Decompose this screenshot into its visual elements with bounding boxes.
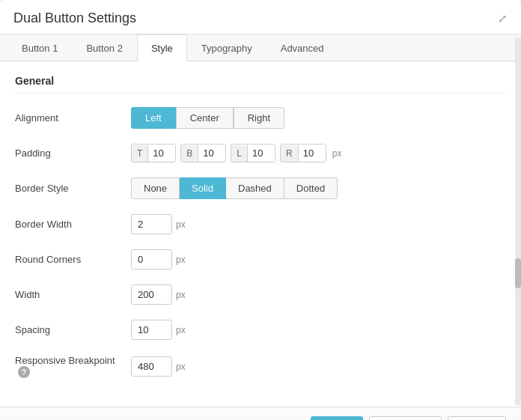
modal-container: Dual Button Settings ⤢ Button 1 Button 2…	[0, 0, 521, 420]
padding-bottom-input[interactable]	[198, 144, 225, 162]
padding-unit: px	[332, 148, 342, 159]
responsive-breakpoint-row: Responsive Breakpoint ? px	[15, 355, 506, 378]
width-label: Width	[15, 289, 131, 300]
responsive-breakpoint-label: Responsive Breakpoint ?	[15, 355, 131, 378]
padding-left-input[interactable]	[248, 144, 275, 162]
spacing-input[interactable]	[131, 320, 172, 340]
padding-right-input[interactable]	[299, 144, 326, 162]
border-style-button-group: None Solid Dashed Dotted	[131, 177, 338, 199]
alignment-button-group: Left Center Right	[131, 107, 284, 129]
padding-bottom-field: B	[180, 144, 226, 162]
padding-top-input[interactable]	[148, 144, 175, 162]
padding-l-label: L	[231, 145, 248, 162]
round-corners-control: px	[131, 249, 186, 270]
alignment-control: Left Center Right	[131, 107, 284, 129]
scrollbar-track	[515, 37, 521, 405]
border-dotted-button[interactable]: Dotted	[284, 177, 338, 199]
border-none-button[interactable]: None	[131, 177, 180, 199]
tab-typography[interactable]: Typography	[187, 34, 266, 61]
spacing-unit: px	[176, 325, 186, 335]
padding-label: Padding	[15, 147, 131, 159]
padding-control: T B L R px	[131, 144, 341, 162]
round-corners-label: Round Corners	[15, 254, 131, 265]
alignment-label: Alignment	[15, 112, 131, 124]
tab-bar: Button 1 Button 2 Style Typography Advan…	[0, 34, 521, 61]
border-dashed-button[interactable]: Dashed	[226, 177, 284, 199]
modal-header: Dual Button Settings ⤢	[0, 0, 521, 34]
spacing-row: Spacing px	[15, 320, 506, 340]
round-corners-row: Round Corners px	[15, 249, 506, 270]
border-solid-button[interactable]: Solid	[180, 177, 226, 199]
width-unit: px	[176, 290, 186, 300]
align-right-button[interactable]: Right	[234, 107, 284, 129]
save-as-button[interactable]: Save As...	[369, 416, 442, 420]
modal-footer: Save Save As... Cancel	[0, 407, 521, 420]
padding-right-field: R	[280, 144, 326, 162]
round-corners-unit: px	[176, 255, 186, 265]
align-left-button[interactable]: Left	[131, 107, 176, 129]
save-button[interactable]: Save	[311, 416, 363, 420]
border-width-unit: px	[176, 219, 186, 230]
cancel-button[interactable]: Cancel	[448, 416, 506, 420]
width-input[interactable]	[131, 284, 172, 305]
content-area: General Alignment Left Center Right Padd…	[0, 61, 521, 407]
responsive-breakpoint-control: px	[131, 356, 186, 377]
border-width-label: Border Width	[15, 219, 131, 230]
border-width-control: px	[131, 214, 186, 234]
responsive-breakpoint-help-icon[interactable]: ?	[18, 366, 30, 378]
alignment-row: Alignment Left Center Right	[15, 107, 506, 129]
border-style-row: Border Style None Solid Dashed Dotted	[15, 177, 506, 199]
tab-button2[interactable]: Button 2	[72, 34, 136, 61]
section-title: General	[15, 75, 506, 94]
width-control: px	[131, 284, 186, 305]
padding-t-label: T	[132, 145, 148, 162]
border-style-label: Border Style	[15, 183, 131, 194]
padding-r-label: R	[281, 145, 299, 162]
border-style-control: None Solid Dashed Dotted	[131, 177, 338, 199]
padding-left-field: L	[231, 144, 275, 162]
border-width-input[interactable]	[131, 214, 172, 234]
spacing-control: px	[131, 320, 186, 340]
tab-style[interactable]: Style	[137, 34, 187, 61]
tab-advanced[interactable]: Advanced	[266, 34, 338, 61]
tab-button1[interactable]: Button 1	[7, 34, 72, 61]
spacing-label: Spacing	[15, 324, 131, 335]
padding-row: Padding T B L R px	[15, 144, 506, 162]
scrollbar-thumb[interactable]	[515, 258, 521, 288]
expand-icon[interactable]: ⤢	[498, 12, 508, 25]
align-center-button[interactable]: Center	[176, 107, 234, 129]
width-row: Width px	[15, 284, 506, 305]
padding-top-field: T	[131, 144, 176, 162]
responsive-breakpoint-input[interactable]	[131, 356, 172, 377]
border-width-row: Border Width px	[15, 214, 506, 234]
responsive-breakpoint-unit: px	[176, 362, 186, 372]
modal-title: Dual Button Settings	[13, 10, 136, 26]
round-corners-input[interactable]	[131, 249, 172, 270]
padding-b-label: B	[181, 145, 198, 162]
